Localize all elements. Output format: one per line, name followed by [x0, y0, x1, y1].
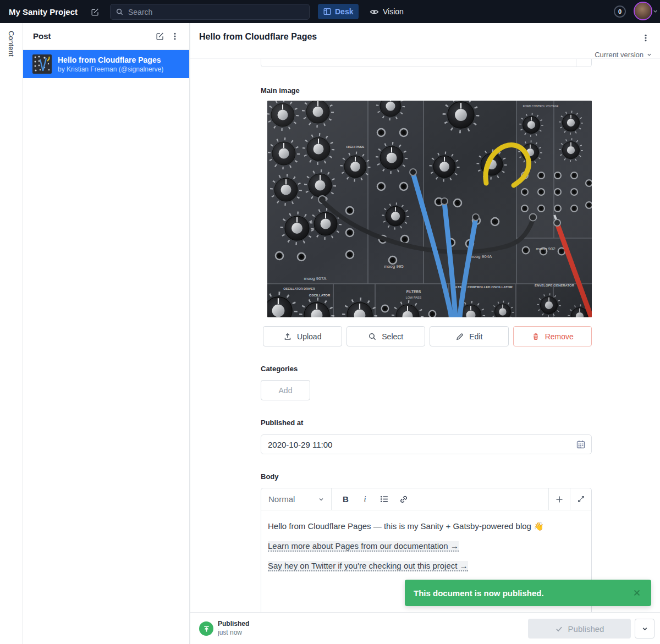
check-icon	[555, 625, 563, 633]
post-list-header: Post	[23, 23, 189, 49]
categories-label: Categories	[261, 365, 298, 373]
select-button[interactable]: Select	[346, 326, 426, 346]
post-item-title: Hello from Cloudflare Pages	[58, 56, 163, 64]
edit-button[interactable]: Edit	[430, 326, 509, 346]
document-menu-button[interactable]	[638, 30, 653, 46]
expand-icon	[577, 495, 585, 503]
search-icon	[368, 332, 377, 341]
post-item-text: Hello from Cloudflare Pages by Kristian …	[58, 56, 163, 73]
publish-button-label: Published	[568, 624, 604, 634]
post-thumbnail	[32, 54, 52, 74]
remove-label: Remove	[545, 332, 574, 341]
field-divider	[576, 59, 576, 67]
image-actions: Upload Select Edit Remove	[263, 326, 592, 346]
tab-vision[interactable]: Vision	[364, 4, 409, 19]
main-image-label: Main image	[261, 86, 300, 95]
add-label: Add	[279, 386, 293, 395]
italic-button[interactable]: i	[356, 491, 374, 508]
publish-menu-button[interactable]	[635, 619, 654, 639]
format-buttons: B i	[332, 488, 548, 510]
publish-status-title: Published	[218, 620, 249, 628]
publish-status-time: just now	[218, 629, 249, 636]
bullet-list-button[interactable]	[375, 491, 393, 508]
text-style-value: Normal	[268, 494, 318, 504]
upload-icon	[283, 332, 292, 341]
remove-button[interactable]: Remove	[513, 326, 592, 346]
kebab-icon	[642, 34, 650, 42]
eye-icon	[370, 7, 379, 16]
global-search[interactable]	[110, 4, 310, 20]
panel-menu-button[interactable]	[167, 29, 183, 44]
chevron-down-icon	[646, 52, 652, 58]
text-style-dropdown[interactable]: Normal	[261, 488, 332, 510]
post-list-item-selected[interactable]: Hello from Cloudflare Pages by Kristian …	[23, 50, 189, 78]
project-title: My Sanity Project	[9, 7, 78, 16]
post-item-subtitle: by Kristian Freeman (@signalnerve)	[58, 65, 163, 73]
toast-message: This document is now published.	[414, 588, 630, 598]
compose-icon	[90, 7, 100, 16]
body-paragraph: Learn more about Pages from our document…	[268, 540, 585, 552]
main-image-preview[interactable]: HIGH PASS FIXED CONTROL VOLTAGE moog 907…	[267, 101, 592, 317]
create-post-button[interactable]	[152, 29, 167, 44]
bullet-list-icon	[380, 494, 389, 504]
avatar[interactable]	[635, 3, 651, 19]
published-at-input[interactable]	[261, 434, 592, 454]
publish-button[interactable]: Published	[528, 619, 631, 639]
select-label: Select	[382, 332, 403, 341]
link-icon	[399, 495, 408, 504]
document-footer: Published just now Published	[190, 612, 660, 644]
calendar-icon[interactable]	[576, 439, 586, 449]
body-paragraph: Hello from Cloudflare Pages — this is my…	[268, 520, 585, 532]
bold-button[interactable]: B	[337, 491, 355, 508]
chevron-down-icon	[318, 496, 324, 503]
kebab-icon	[171, 32, 179, 41]
tab-vision-label: Vision	[383, 7, 404, 16]
trash-icon	[531, 332, 540, 341]
tab-desk[interactable]: Desk	[318, 4, 359, 19]
plus-icon	[555, 495, 564, 504]
pencil-icon	[455, 332, 464, 341]
add-category-button[interactable]: Add	[261, 380, 310, 400]
tab-desk-label: Desk	[335, 7, 353, 16]
close-icon	[632, 588, 641, 597]
publish-status: Published just now	[218, 620, 249, 636]
search-input[interactable]	[128, 8, 293, 16]
topbar: My Sanity Project Desk	[0, 0, 660, 23]
post-list-panel: Post Hello	[23, 23, 190, 644]
publish-status-icon	[199, 621, 213, 636]
published-at-field	[261, 434, 592, 454]
body-label: Body	[261, 472, 279, 481]
fullscreen-button[interactable]	[570, 488, 591, 510]
chevron-down-icon[interactable]	[652, 8, 658, 14]
body-link-twitter[interactable]: Say hey on Twitter if you're checking ou…	[268, 561, 468, 571]
publish-toast: This document is now published.	[405, 580, 651, 606]
editor-toolbar: Normal B i	[261, 488, 591, 510]
upload-button[interactable]: Upload	[263, 326, 342, 346]
link-button[interactable]	[394, 491, 413, 508]
insert-block-button[interactable]	[548, 488, 570, 510]
new-document-button[interactable]	[87, 4, 102, 19]
body-paragraph: Say hey on Twitter if you're checking ou…	[268, 560, 585, 571]
chevron-down-icon	[641, 625, 648, 632]
toast-close-button[interactable]	[630, 586, 644, 599]
content-rail: Content	[0, 23, 23, 644]
document-title: Hello from Cloudflare Pages	[199, 32, 317, 42]
body-content[interactable]: Hello from Cloudflare Pages — this is my…	[261, 510, 591, 571]
edit-label: Edit	[469, 332, 482, 341]
document-form: Main image	[190, 58, 660, 612]
version-label: Current version	[595, 51, 644, 59]
panel-title: Post	[33, 31, 152, 41]
sanity-studio-app: My Sanity Project Desk	[0, 0, 660, 644]
search-icon	[116, 8, 124, 16]
document-panel: Hello from Cloudflare Pages Current vers…	[190, 23, 660, 644]
upload-label: Upload	[297, 332, 321, 341]
published-at-label: Published at	[261, 419, 303, 427]
body-link-docs[interactable]: Learn more about Pages from our document…	[268, 541, 459, 552]
clipped-field-input[interactable]	[261, 59, 592, 67]
badge-count: 0	[618, 8, 622, 15]
rail-label-content[interactable]: Content	[7, 31, 15, 57]
version-selector[interactable]: Current version	[595, 51, 652, 59]
publish-icon	[202, 625, 211, 633]
desk-icon	[323, 8, 331, 15]
notifications-badge[interactable]: 0	[614, 5, 626, 18]
